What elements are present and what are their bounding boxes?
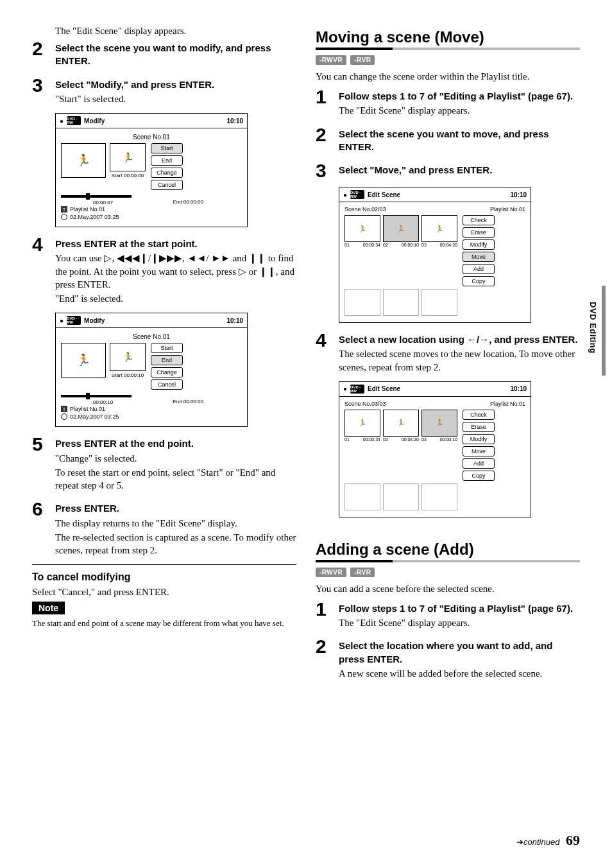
ssa-thumb-2[interactable]: 🏃 xyxy=(383,215,419,242)
ssb-empty-3 xyxy=(421,483,457,510)
footer: ➔continued 69 xyxy=(516,832,580,849)
continued-label: continued xyxy=(523,837,559,847)
ssb-btn-check[interactable]: Check xyxy=(463,410,495,420)
ss1-title: Modify xyxy=(84,117,105,125)
m-step-4-bold: Select a new location using ←/→, and pre… xyxy=(339,333,580,346)
ss2-btn-start[interactable]: Start xyxy=(151,343,183,353)
ss1-thumb-main: 🏃 xyxy=(61,143,106,178)
step-6-bold: Press ENTER. xyxy=(55,502,296,515)
ssa-btn-erase[interactable]: Erase xyxy=(463,227,495,238)
ssb-sceneno: Scene No.03/03 xyxy=(344,401,386,407)
ss1-clock: 10:10 xyxy=(226,117,243,125)
badge-rwvr: -RWVR xyxy=(316,55,346,65)
fwd-slow-icon: ❙▶▶▶ xyxy=(151,252,182,263)
divider xyxy=(32,564,296,565)
rec-icon: ● xyxy=(60,317,64,324)
m-step-1-num: 1 xyxy=(316,87,339,119)
side-tab xyxy=(602,286,606,376)
edit-scene-screen-a: ● DVD -RW Edit Scene 10:10 Scene No.02/0… xyxy=(339,187,531,323)
step-6-l2: The re-selected section is captured as a… xyxy=(55,531,296,557)
ss1-date: 02.May.2007 03:25 xyxy=(70,214,119,220)
badge-rvr: -RVR xyxy=(350,568,375,577)
ssa-empty-2 xyxy=(383,289,419,316)
ss1-start-label: Start 00:00:00 xyxy=(110,173,146,178)
ssa-thumb-3[interactable]: 🏃 xyxy=(421,215,457,242)
ss1-end-label: End 00:00:00 xyxy=(61,199,203,205)
moving-intro: You can change the scene order within th… xyxy=(316,71,580,82)
m-step-4-num: 4 xyxy=(316,331,339,375)
step-6-num: 6 xyxy=(32,499,55,558)
ssa-thumb-1[interactable]: 🏃 xyxy=(344,215,380,242)
m-step-1-bold: Follow steps 1 to 7 of "Editing a Playli… xyxy=(339,90,580,103)
ss1-btn-end[interactable]: End xyxy=(151,155,183,166)
step-4-body: You can use ▷, ◀◀◀❙/❙▶▶▶, ◄◄/ ►► and ❙❙ … xyxy=(55,252,296,291)
play-icon: ▷ xyxy=(104,252,112,263)
ss2-playlist: Playlist No.01 xyxy=(70,406,105,412)
step-2-num: 2 xyxy=(32,39,55,69)
disc-icon: DVD -RW xyxy=(350,190,364,199)
ssa-btn-add[interactable]: Add xyxy=(463,264,495,274)
step-6-l1: The display returns to the "Edit Scene" … xyxy=(55,517,296,530)
ss2-btn-change[interactable]: Change xyxy=(151,367,183,378)
rec-icon: ● xyxy=(343,385,347,392)
section-tab-label: DVD Editing xyxy=(588,302,598,354)
ssb-pl: Playlist No.01 xyxy=(490,401,525,407)
ssb-btn-modify[interactable]: Modify xyxy=(463,434,495,444)
disc-icon: DVD -RW xyxy=(350,385,364,394)
a-step-1-body: The "Edit Scene" display appears. xyxy=(339,616,580,629)
ss1-btn-start[interactable]: Start xyxy=(151,143,183,153)
step-5-bold: Press ENTER at the end point. xyxy=(55,437,296,450)
modify-screen-1: ● DVD -RW Modify 10:10 Scene No.01 🏃 🏃 S… xyxy=(55,113,248,227)
step-5-l1: "Change" is selected. xyxy=(55,452,296,465)
step-4-end: "End" is selected. xyxy=(55,292,296,305)
ssb-btn-move[interactable]: Move xyxy=(463,446,495,456)
ss2-thumb-main: 🏃 xyxy=(61,343,106,378)
ssb-btn-erase[interactable]: Erase xyxy=(463,422,495,432)
ssb-title: Edit Scene xyxy=(368,385,400,392)
step-4-num: 4 xyxy=(32,235,55,306)
ssa-btn-modify[interactable]: Modify xyxy=(463,239,495,250)
a-step-2-num: 2 xyxy=(316,637,339,681)
page-number: 69 xyxy=(566,832,580,848)
ssb-btn-copy[interactable]: Copy xyxy=(463,471,495,481)
ssb-thumb-2[interactable]: 🏃 xyxy=(383,410,419,437)
rew-slow-icon: ◀◀◀❙ xyxy=(117,252,148,263)
heading-rule xyxy=(316,48,580,50)
m-step-3-num: 3 xyxy=(316,161,339,180)
arrow-right-icon: → xyxy=(479,334,489,345)
ssb-thumb-3[interactable]: 🏃 xyxy=(421,410,457,437)
ssa-btn-move[interactable]: Move xyxy=(463,252,495,262)
m-step-1-body: The "Edit Scene" display appears. xyxy=(339,104,580,117)
ssa-btn-check[interactable]: Check xyxy=(463,215,495,225)
arrow-left-icon: ← xyxy=(467,334,477,345)
m-step-2-num: 2 xyxy=(316,125,339,155)
ss2-btn-end[interactable]: End xyxy=(151,355,183,365)
adding-heading: Adding a scene (Add) xyxy=(316,541,580,559)
intro-text: The "Edit Scene" display appears. xyxy=(55,26,296,37)
edit-scene-screen-b: ● DVD -RW Edit Scene 10:10 Scene No.03/0… xyxy=(339,381,531,517)
next-icon: ►► xyxy=(211,252,230,263)
cancel-body: Select "Cancel," and press ENTER. xyxy=(32,587,296,598)
ss2-start-label: Start 00:00:10 xyxy=(110,372,146,378)
a-step-2-body: A new scene will be added before the sel… xyxy=(339,667,580,680)
step-5-l2: To reset the start or end point, select … xyxy=(55,466,296,492)
ss2-timeline xyxy=(61,395,132,397)
ssa-clock: 10:10 xyxy=(510,191,527,198)
m-step-4-body: The selected scene moves to the new loca… xyxy=(339,347,580,374)
cancel-heading: To cancel modifying xyxy=(32,571,296,583)
ssb-btn-add[interactable]: Add xyxy=(463,458,495,469)
modify-screen-2: ● DVD -RW Modify 10:10 Scene No.01 🏃 🏃 S… xyxy=(55,313,248,427)
ss2-btn-cancel[interactable]: Cancel xyxy=(151,379,183,390)
ssb-clock: 10:10 xyxy=(510,385,527,392)
clock-icon xyxy=(61,214,67,220)
ss1-timeline xyxy=(61,195,132,198)
ss1-btn-cancel[interactable]: Cancel xyxy=(151,180,183,190)
ss1-btn-change[interactable]: Change xyxy=(151,168,183,178)
ss1-playlist: Playlist No.01 xyxy=(70,206,105,213)
ssb-empty-1 xyxy=(344,483,380,510)
ssb-thumb-1[interactable]: 🏃 xyxy=(344,410,380,437)
ssa-btn-copy[interactable]: Copy xyxy=(463,276,495,286)
ss1-thumb-start: 🏃 xyxy=(110,143,146,171)
step-5-num: 5 xyxy=(32,435,55,493)
step-3-bold: Select "Modify," and press ENTER. xyxy=(55,78,296,91)
